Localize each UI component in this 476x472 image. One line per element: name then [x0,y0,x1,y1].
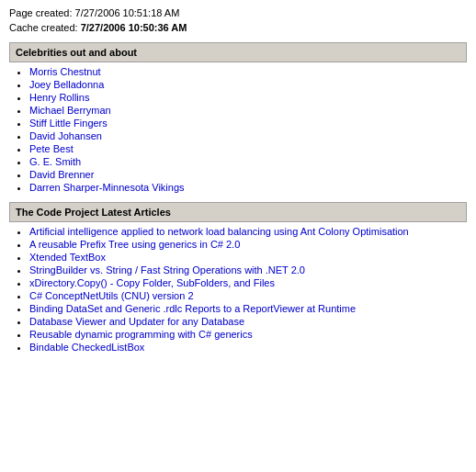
celebrity-link[interactable]: G. E. Smith [29,156,81,167]
list-item: xDirectory.Copy() - Copy Folder, SubFold… [29,277,467,288]
celebrity-link[interactable]: Darren Sharper-Minnesota Vikings [29,182,185,193]
article-link[interactable]: StringBuilder vs. String / Fast String O… [29,264,305,275]
article-link[interactable]: Reusable dynamic programming with C# gen… [29,329,253,340]
celebrities-title: Celebrities out and about [9,42,467,62]
articles-section: The Code Project Latest Articles Artific… [9,202,467,353]
list-item: Henry Rollins [29,92,467,103]
article-link[interactable]: Database Viewer and Updater for any Data… [29,316,244,327]
celebrities-section: Celebrities out and about Morris Chestnu… [9,42,467,193]
list-item: Bindable CheckedListBox [29,342,467,353]
article-link[interactable]: Artificial intelligence applied to netwo… [29,226,409,237]
list-item: A reusable Prefix Tree using generics in… [29,239,467,250]
page-created-label: Page created: [9,7,73,18]
celebrity-link[interactable]: David Johansen [29,130,102,141]
articles-title: The Code Project Latest Articles [9,202,467,222]
article-link[interactable]: Binding DataSet and Generic .rdlc Report… [29,303,356,314]
article-link[interactable]: xDirectory.Copy() - Copy Folder, SubFold… [29,277,275,288]
celebrity-link[interactable]: Pete Best [29,143,74,154]
list-item: StringBuilder vs. String / Fast String O… [29,264,467,275]
article-link[interactable]: Xtended TextBox [29,252,106,263]
articles-list: Artificial intelligence applied to netwo… [9,226,467,353]
cache-created-label: Cache created: [9,22,78,33]
celebrity-link[interactable]: David Brenner [29,169,94,180]
list-item: Xtended TextBox [29,252,467,263]
list-item: Binding DataSet and Generic .rdlc Report… [29,303,467,314]
page-created-value: 7/27/2006 10:51:18 AM [75,7,180,18]
cache-created-value: 7/27/2006 10:50:36 AM [81,22,187,33]
celebrity-link[interactable]: Morris Chestnut [29,66,101,77]
list-item: G. E. Smith [29,156,467,167]
list-item: Morris Chestnut [29,66,467,77]
celebrities-list: Morris ChestnutJoey BelladonnaHenry Roll… [9,66,467,193]
list-item: David Brenner [29,169,467,180]
article-link[interactable]: A reusable Prefix Tree using generics in… [29,239,240,250]
article-link[interactable]: Bindable CheckedListBox [29,342,144,353]
list-item: David Johansen [29,130,467,141]
list-item: Joey Belladonna [29,79,467,90]
list-item: Reusable dynamic programming with C# gen… [29,329,467,340]
page-created-line: Page created: 7/27/2006 10:51:18 AM [9,7,467,18]
celebrity-link[interactable]: Michael Berryman [29,105,111,116]
article-link[interactable]: C# ConceptNetUtils (CNU) version 2 [29,290,194,301]
celebrity-link[interactable]: Henry Rollins [29,92,89,103]
celebrity-link[interactable]: Joey Belladonna [29,79,104,90]
list-item: C# ConceptNetUtils (CNU) version 2 [29,290,467,301]
list-item: Pete Best [29,143,467,154]
page-container: Page created: 7/27/2006 10:51:18 AM Cach… [0,0,476,369]
list-item: Michael Berryman [29,105,467,116]
list-item: Darren Sharper-Minnesota Vikings [29,182,467,193]
cache-created-line: Cache created: 7/27/2006 10:50:36 AM [9,22,467,33]
celebrity-link[interactable]: Stiff Little Fingers [29,118,108,129]
list-item: Artificial intelligence applied to netwo… [29,226,467,237]
list-item: Database Viewer and Updater for any Data… [29,316,467,327]
list-item: Stiff Little Fingers [29,118,467,129]
